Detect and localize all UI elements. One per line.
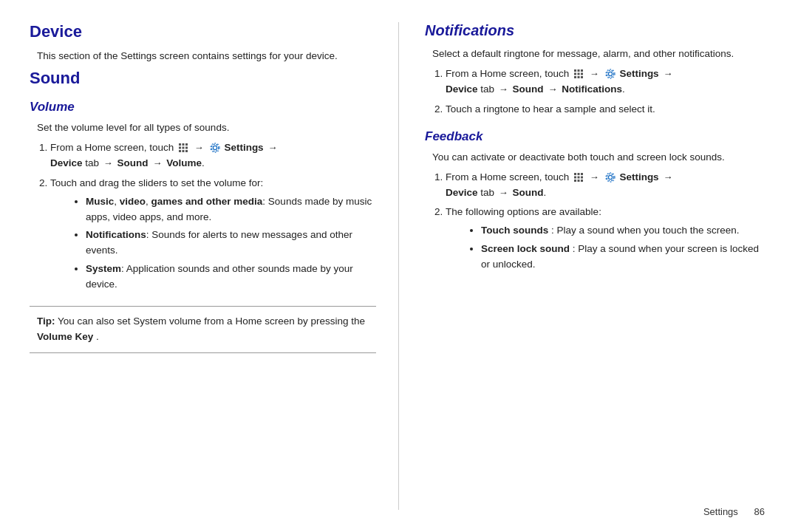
svg-point-21 — [608, 72, 612, 76]
bullet-video-bold: video — [120, 196, 146, 207]
svg-rect-30 — [574, 180, 576, 182]
svg-rect-8 — [185, 150, 188, 152]
svg-rect-18 — [574, 76, 576, 78]
arrow-n4: → — [548, 82, 557, 97]
arrow3: → — [103, 156, 113, 171]
feedback-bullet-touch: Touch sounds : Play a sound when you tou… — [481, 223, 768, 239]
svg-rect-17 — [581, 73, 583, 75]
notif-step-1: From a Home screen, touch — [446, 66, 768, 98]
arrow-n3: → — [499, 82, 508, 97]
arrow4: → — [152, 156, 162, 171]
notifications-steps: From a Home screen, touch — [425, 66, 768, 117]
volume-step1-text: From a Home screen, touch — [50, 142, 279, 168]
bullet-music: Music, video, games and other media: Sou… — [86, 194, 376, 225]
svg-rect-25 — [578, 173, 580, 175]
svg-point-33 — [608, 175, 612, 179]
settings-label-2: Settings — [619, 68, 658, 79]
feedback-step1-text: From a Home screen, touch — [446, 171, 674, 198]
page-footer: Settings 86 — [703, 506, 765, 517]
svg-rect-5 — [185, 147, 188, 149]
arrow-f1: → — [590, 170, 599, 185]
screen-lock-bold: Screen lock sound — [481, 243, 570, 254]
tip-end: . — [96, 331, 99, 342]
svg-rect-19 — [578, 76, 580, 78]
right-column: Notifications Select a default ringtone … — [399, 22, 768, 510]
volume-bullet-list: Music, video, games and other media: Sou… — [65, 194, 376, 293]
svg-rect-14 — [581, 69, 583, 72]
tip-text: You can also set System volume from a Ho… — [58, 316, 365, 327]
feedback-description: You can activate or deactivate both touc… — [425, 150, 768, 166]
feedback-step-1: From a Home screen, touch — [446, 170, 768, 201]
feedback-title: Feedback — [425, 129, 768, 144]
svg-rect-26 — [581, 173, 583, 175]
feedback-bullet-list: Touch sounds : Play a sound when you tou… — [460, 223, 768, 273]
notif-tab: tab — [480, 83, 497, 95]
notifications-description: Select a default ringtone for message, a… — [425, 47, 768, 62]
settings-label-1: Settings — [224, 142, 263, 153]
svg-rect-13 — [578, 69, 580, 72]
gear-icon-1 — [210, 143, 220, 153]
grid-icon-3 — [573, 172, 584, 183]
arrow-n2: → — [663, 66, 672, 81]
tip-box: Tip: You can also set System volume from… — [30, 306, 376, 353]
notifications-title: Notifications — [425, 22, 768, 39]
settings-label-3: Settings — [619, 171, 658, 183]
notif-sound: Sound — [513, 83, 544, 95]
notif-step2-text: Touch a ringtone to hear a sample and se… — [446, 103, 655, 115]
svg-rect-4 — [183, 147, 185, 149]
device-description: This section of the Settings screen cont… — [30, 49, 376, 64]
volume-step-2: Touch and drag the sliders to set the vo… — [50, 176, 376, 293]
volume-steps: From a Home screen, touch — [30, 140, 376, 293]
notif-device: Device — [446, 83, 478, 95]
footer-settings-label: Settings — [703, 506, 738, 517]
notif-step1-text: From a Home screen, touch — [446, 68, 674, 95]
svg-rect-16 — [578, 73, 580, 75]
grid-icon-2 — [573, 69, 584, 79]
volume-step1-volume: Volume — [166, 157, 202, 168]
bullet-system: System: Application sounds and other sou… — [86, 262, 376, 293]
svg-rect-20 — [581, 76, 583, 78]
left-column: Device This section of the Settings scre… — [30, 22, 399, 510]
volume-subtitle: Volume — [30, 100, 376, 115]
bullet-music-bold: Music — [86, 196, 114, 207]
svg-rect-32 — [581, 180, 583, 182]
feedback-sound: Sound — [513, 187, 544, 198]
arrow-f3: → — [499, 185, 508, 200]
svg-rect-15 — [574, 73, 576, 75]
volume-step-1: From a Home screen, touch — [50, 140, 376, 171]
svg-rect-27 — [574, 177, 576, 179]
arrow2: → — [267, 140, 277, 155]
feedback-tab: tab — [480, 187, 497, 198]
gear-icon-3 — [605, 172, 615, 183]
volume-step1-sound: Sound — [117, 157, 149, 168]
touch-sounds-text: : Play a sound when you touch the screen… — [551, 225, 739, 236]
svg-rect-12 — [574, 69, 576, 72]
svg-rect-6 — [179, 150, 181, 152]
grid-icon — [178, 143, 188, 153]
arrow-f2: → — [663, 170, 672, 185]
svg-rect-7 — [183, 150, 185, 152]
svg-rect-2 — [185, 143, 188, 146]
notif-step-2: Touch a ringtone to hear a sample and se… — [446, 102, 768, 117]
sound-title: Sound — [30, 69, 376, 88]
svg-rect-28 — [578, 177, 580, 179]
svg-rect-29 — [581, 177, 583, 179]
touch-sounds-bold: Touch sounds — [481, 225, 548, 236]
bullet-games-bold: games and other media — [151, 196, 263, 207]
bullet-notifications: Notifications: Sounds for alerts to new … — [86, 228, 376, 259]
volume-step2-text: Touch and drag the sliders to set the vo… — [50, 177, 263, 188]
svg-rect-31 — [578, 180, 580, 182]
arrow-n1: → — [590, 66, 599, 81]
svg-point-22 — [607, 71, 614, 78]
gear-icon-2 — [605, 69, 615, 79]
footer-page-number: 86 — [754, 506, 765, 517]
volume-step1-device: Device — [50, 157, 83, 168]
feedback-step-2: The following options are available: Tou… — [446, 205, 768, 273]
feedback-device: Device — [446, 187, 478, 198]
svg-point-9 — [213, 146, 216, 150]
svg-point-34 — [607, 174, 614, 181]
svg-rect-1 — [183, 143, 185, 146]
volume-description: Set the volume level for all types of so… — [30, 120, 376, 136]
svg-rect-24 — [574, 173, 576, 175]
bullet-system-bold: System — [86, 263, 121, 274]
